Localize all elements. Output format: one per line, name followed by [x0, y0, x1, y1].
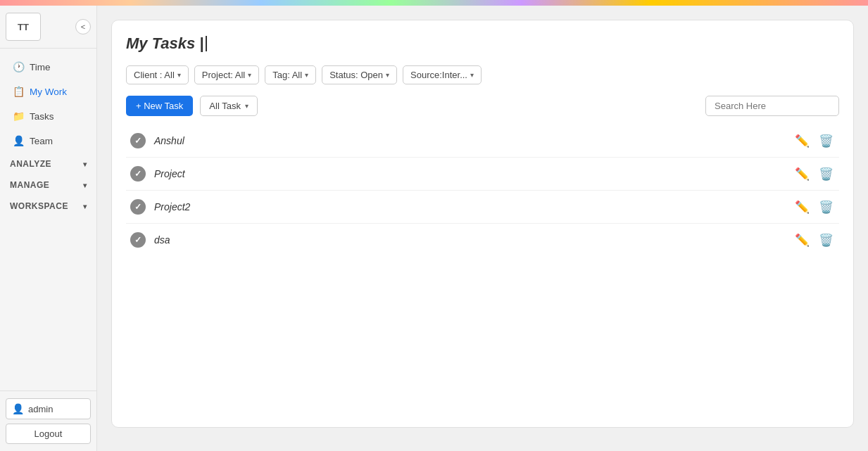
task-check-4[interactable]: [130, 232, 146, 248]
main-content: My Tasks | Client : All ▾ Project: All ▾…: [97, 6, 868, 451]
task-actions-2: ✏️ 🗑️: [793, 165, 835, 183]
page-title: My Tasks |: [126, 34, 839, 53]
all-task-chevron-icon: ▾: [245, 102, 249, 110]
table-row: Project ✏️ 🗑️: [126, 158, 839, 191]
tasks-container: My Tasks | Client : All ▾ Project: All ▾…: [111, 20, 854, 428]
new-task-button[interactable]: + New Task: [126, 96, 193, 116]
all-task-label: All Task: [209, 101, 241, 111]
task-name-2: Project: [154, 168, 793, 179]
tag-filter-label: Tag: All: [272, 70, 302, 80]
task-name-1: Anshul: [154, 135, 793, 146]
project-filter-label: Project: All: [202, 70, 245, 80]
sidebar-header: TT <: [0, 6, 96, 49]
manage-label: MANAGE: [10, 180, 49, 190]
edit-icon-1[interactable]: ✏️: [793, 132, 811, 150]
analyze-label: ANALYZE: [10, 159, 51, 169]
search-input[interactable]: [705, 96, 839, 116]
client-filter-label: Client : All: [134, 70, 175, 80]
task-name-4: dsa: [154, 234, 793, 246]
client-chevron-icon: ▾: [177, 71, 181, 79]
source-chevron-icon: ▾: [470, 71, 474, 79]
edit-icon-2[interactable]: ✏️: [793, 165, 811, 183]
project-filter[interactable]: Project: All ▾: [194, 65, 259, 84]
task-list: Anshul ✏️ 🗑️ Project ✏️ 🗑️: [126, 125, 839, 256]
delete-icon-4[interactable]: 🗑️: [817, 231, 835, 249]
sidebar-item-team-label: Team: [30, 136, 53, 146]
sidebar-item-time-label: Time: [30, 62, 51, 72]
logout-label: Logout: [34, 428, 63, 439]
sidebar-item-tasks-label: Tasks: [30, 111, 54, 122]
sidebar-item-team[interactable]: 👤 Team: [3, 129, 94, 153]
admin-button[interactable]: 👤 admin: [6, 398, 91, 419]
tag-chevron-icon: ▾: [305, 71, 308, 79]
logout-button[interactable]: Logout: [6, 424, 91, 444]
sidebar-nav: 🕐 Time 📋 My Work 📁 Tasks 👤 Team ANALYZE: [0, 49, 96, 390]
edit-icon-3[interactable]: ✏️: [793, 198, 811, 216]
sidebar-item-my-work[interactable]: 📋 My Work: [3, 80, 94, 103]
team-icon: 👤: [13, 135, 24, 146]
filters-row: Client : All ▾ Project: All ▾ Tag: All ▾…: [126, 65, 839, 84]
admin-label: admin: [28, 404, 53, 414]
sidebar-item-time[interactable]: 🕐 Time: [3, 55, 94, 79]
logo: TT: [6, 13, 41, 41]
project-chevron-icon: ▾: [248, 71, 251, 79]
toolbar-row: + New Task All Task ▾: [126, 96, 839, 116]
manage-chevron-icon: ▾: [83, 182, 87, 189]
top-bar: [0, 0, 868, 6]
delete-icon-1[interactable]: 🗑️: [817, 132, 835, 150]
status-chevron-icon: ▾: [386, 71, 389, 79]
task-check-1[interactable]: [130, 133, 146, 148]
task-check-3[interactable]: [130, 199, 146, 215]
task-name-3: Project2: [154, 201, 793, 212]
sidebar-section-manage[interactable]: MANAGE ▾: [0, 174, 96, 196]
status-filter[interactable]: Status: Open ▾: [322, 65, 397, 84]
tag-filter[interactable]: Tag: All ▾: [265, 65, 316, 84]
source-filter[interactable]: Source:Inter... ▾: [403, 65, 482, 84]
source-filter-label: Source:Inter...: [410, 70, 467, 80]
task-actions-3: ✏️ 🗑️: [793, 198, 835, 216]
workspace-chevron-icon: ▾: [83, 203, 87, 210]
collapse-button[interactable]: <: [75, 19, 91, 34]
sidebar-section-workspace[interactable]: WORKSPACE ▾: [0, 196, 96, 217]
sidebar-item-my-work-label: My Work: [30, 87, 67, 97]
my-work-icon: 📋: [13, 86, 24, 97]
delete-icon-3[interactable]: 🗑️: [817, 198, 835, 216]
delete-icon-2[interactable]: 🗑️: [817, 165, 835, 183]
sidebar-bottom: 👤 admin Logout: [0, 390, 96, 451]
time-icon: 🕐: [13, 61, 24, 72]
all-task-button[interactable]: All Task ▾: [200, 96, 258, 116]
table-row: Project2 ✏️ 🗑️: [126, 191, 839, 224]
table-row: Anshul ✏️ 🗑️: [126, 125, 839, 158]
analyze-chevron-icon: ▾: [83, 160, 87, 168]
status-filter-label: Status: Open: [329, 70, 383, 80]
task-actions-1: ✏️ 🗑️: [793, 132, 835, 150]
client-filter[interactable]: Client : All ▾: [126, 65, 189, 84]
edit-icon-4[interactable]: ✏️: [793, 231, 811, 249]
task-actions-4: ✏️ 🗑️: [793, 231, 835, 249]
admin-user-icon: 👤: [12, 403, 24, 414]
tasks-icon: 📁: [13, 110, 24, 122]
task-check-2[interactable]: [130, 166, 146, 182]
sidebar-item-tasks[interactable]: 📁 Tasks: [3, 104, 94, 128]
workspace-label: WORKSPACE: [10, 201, 68, 211]
table-row: dsa ✏️ 🗑️: [126, 224, 839, 256]
sidebar: TT < 🕐 Time 📋 My Work 📁 Tasks: [0, 6, 97, 451]
sidebar-section-analyze[interactable]: ANALYZE ▾: [0, 153, 96, 174]
